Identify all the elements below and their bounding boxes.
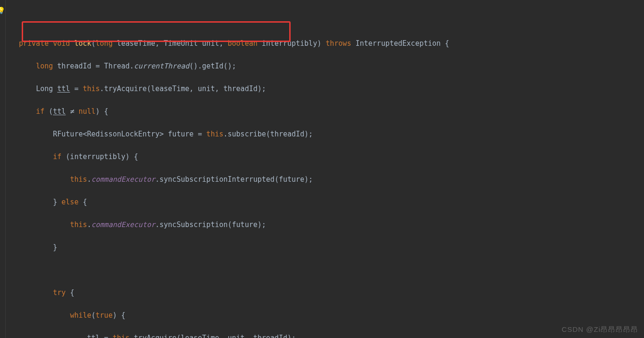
code-line[interactable]: private void lock(long leaseTime, TimeUn… (19, 38, 644, 49)
code-line[interactable]: this.commandExecutor.syncSubscription(fu… (19, 219, 644, 230)
code-line[interactable]: } else { (19, 196, 644, 208)
code-line[interactable]: } (19, 242, 644, 253)
code-line[interactable]: if (interruptibly) { (19, 151, 644, 162)
code-line[interactable]: long threadId = Thread.currentThread().g… (19, 60, 644, 72)
code-line[interactable] (19, 264, 644, 276)
code-line[interactable]: ttl = this.tryAcquire(leaseTime, unit, t… (19, 332, 644, 338)
gutter (0, 0, 6, 338)
intention-bulb-icon[interactable]: 💡 (0, 5, 5, 16)
code-line[interactable]: if (ttl ≠ null) { (19, 106, 644, 117)
code-line[interactable]: this.commandExecutor.syncSubscriptionInt… (19, 174, 644, 185)
code-line[interactable]: RFuture<RedissonLockEntry> future = this… (19, 128, 644, 140)
code-area[interactable]: 💡 private void lock(long leaseTime, Time… (6, 0, 644, 338)
code-editor[interactable]: 💡 private void lock(long leaseTime, Time… (0, 0, 644, 338)
watermark: CSDN @Zi昂昂昂昂昂 (562, 324, 638, 335)
code-line[interactable]: try { (19, 287, 644, 298)
code-line[interactable]: while(true) { (19, 310, 644, 321)
code-line[interactable]: Long ttl = this.tryAcquire(leaseTime, un… (19, 83, 644, 94)
